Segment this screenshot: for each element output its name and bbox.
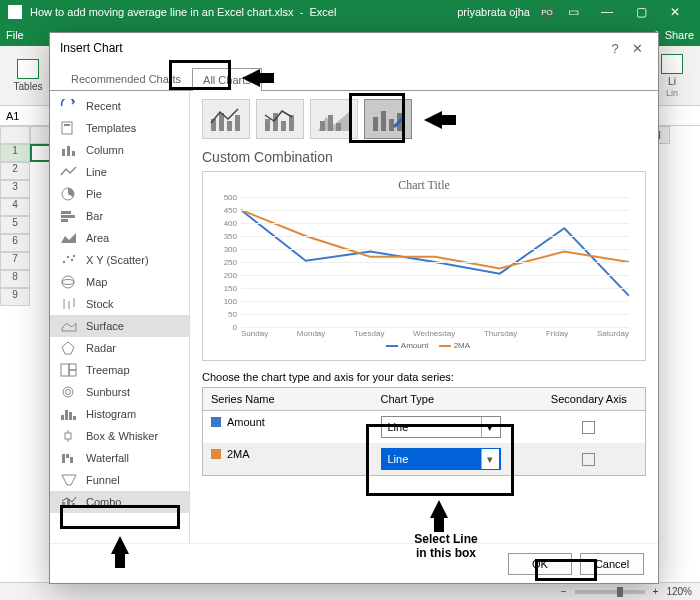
preview-legend: Amount 2MA (213, 341, 635, 350)
row-header[interactable]: 5 (0, 216, 30, 234)
chart-type-bar[interactable]: Bar (50, 205, 189, 227)
user-avatar[interactable]: PO (538, 3, 556, 21)
chart-type-select-2ma[interactable]: Line▾ (381, 448, 501, 470)
file-tab[interactable]: File (6, 29, 24, 41)
row-header[interactable]: 7 (0, 252, 30, 270)
zoom-slider[interactable] (575, 590, 645, 594)
svg-rect-34 (70, 457, 73, 463)
annotation-text: Select Line in this box (396, 532, 496, 560)
zoom-out[interactable]: − (561, 586, 567, 597)
help-button[interactable]: ? (604, 41, 626, 56)
svg-point-14 (62, 276, 74, 288)
radar-icon (60, 341, 78, 355)
boxwhisker-icon (60, 429, 78, 443)
chart-type-waterfall[interactable]: Waterfall (50, 447, 189, 469)
chart-type-recent[interactable]: Recent (50, 95, 189, 117)
svg-rect-44 (273, 113, 278, 131)
chart-type-boxwhisker[interactable]: Box & Whisker (50, 425, 189, 447)
name-box[interactable]: A1 (0, 110, 52, 122)
cancel-button[interactable]: Cancel (580, 553, 644, 575)
chart-type-combo[interactable]: Combo (50, 491, 189, 513)
chart-type-scatter[interactable]: X Y (Scatter) (50, 249, 189, 271)
svg-rect-45 (281, 121, 286, 131)
svg-point-15 (62, 280, 74, 285)
svg-rect-6 (61, 211, 71, 214)
chart-type-funnel[interactable]: Funnel (50, 469, 189, 491)
dialog-close-button[interactable]: ✕ (626, 41, 648, 56)
row-header[interactable]: 1 (0, 144, 30, 162)
tab-all-charts[interactable]: All Charts (192, 68, 262, 91)
chart-type-stock[interactable]: Stock (50, 293, 189, 315)
secondary-axis-header: Secondary Axis (533, 388, 646, 411)
chart-type-select-amount[interactable]: Line▾ (381, 416, 501, 438)
insert-chart-dialog: Insert Chart ? ✕ Recommended Charts All … (49, 32, 659, 584)
svg-rect-52 (381, 111, 386, 131)
user-name: priyabrata ojha (457, 6, 530, 18)
series-row-2ma[interactable]: 2MA Line▾ (203, 443, 646, 476)
svg-rect-7 (61, 215, 75, 218)
zoom-level[interactable]: 120% (666, 586, 692, 597)
minimize-button[interactable]: — (590, 5, 624, 19)
chart-type-templates[interactable]: Templates (50, 117, 189, 139)
row-header[interactable]: 4 (0, 198, 30, 216)
chart-type-surface[interactable]: Surface (50, 315, 189, 337)
scatter-icon (60, 253, 78, 267)
row-header[interactable]: 2 (0, 162, 30, 180)
select-all-corner[interactable] (0, 126, 30, 144)
combo-subtype-3[interactable] (310, 99, 358, 139)
svg-point-11 (67, 256, 69, 258)
column-icon (60, 143, 78, 157)
ok-button[interactable]: OK (508, 553, 572, 575)
svg-rect-32 (62, 454, 65, 463)
chart-type-area[interactable]: Area (50, 227, 189, 249)
row-header[interactable]: 9 (0, 288, 30, 306)
chart-type-line[interactable]: Line (50, 161, 189, 183)
tables-button[interactable]: Tables (8, 59, 48, 93)
area-icon (60, 231, 78, 245)
series-swatch (211, 417, 221, 427)
combo-subtype-2[interactable] (256, 99, 304, 139)
combo-subtype-1[interactable] (202, 99, 250, 139)
secondary-axis-checkbox-2ma[interactable] (582, 453, 595, 466)
chart-type-column[interactable]: Column (50, 139, 189, 161)
tab-recommended[interactable]: Recommended Charts (60, 67, 192, 90)
series-swatch (211, 449, 221, 459)
chart-type-header: Chart Type (373, 388, 533, 411)
svg-rect-2 (62, 149, 65, 156)
chart-type-histogram[interactable]: Histogram (50, 403, 189, 425)
row-header[interactable]: 6 (0, 234, 30, 252)
zoom-in[interactable]: + (653, 586, 659, 597)
line-icon (60, 165, 78, 179)
surface-icon (60, 319, 78, 333)
svg-rect-21 (69, 364, 76, 370)
preview-title: Chart Title (213, 178, 635, 193)
svg-rect-38 (72, 503, 75, 508)
svg-rect-25 (61, 415, 64, 420)
filename: How to add moving average line in an Exc… (30, 6, 294, 18)
app-name: Excel (309, 6, 336, 18)
maximize-button[interactable]: ▢ (624, 5, 658, 19)
series-row-amount[interactable]: Amount Line▾ (203, 411, 646, 444)
svg-rect-22 (69, 370, 76, 376)
dialog-tabs: Recommended Charts All Charts (50, 63, 658, 91)
svg-rect-42 (235, 115, 240, 131)
chart-type-map[interactable]: Map (50, 271, 189, 293)
tables-icon (17, 59, 39, 79)
chart-type-radar[interactable]: Radar (50, 337, 189, 359)
svg-rect-27 (69, 412, 72, 420)
svg-rect-28 (73, 416, 76, 420)
row-headers: 1 2 3 4 5 6 7 8 9 (0, 144, 30, 306)
chart-type-treemap[interactable]: Treemap (50, 359, 189, 381)
chart-type-sunburst[interactable]: Sunburst (50, 381, 189, 403)
svg-rect-20 (61, 364, 69, 376)
close-button[interactable]: ✕ (658, 5, 692, 19)
chart-preview[interactable]: Chart Title 5004504003503002502001501005… (202, 171, 646, 361)
secondary-axis-checkbox-amount[interactable] (582, 421, 595, 434)
svg-marker-9 (61, 233, 76, 243)
ribbon-options-button[interactable]: ▭ (556, 5, 590, 19)
chart-type-pie[interactable]: Pie (50, 183, 189, 205)
row-header[interactable]: 3 (0, 180, 30, 198)
row-header[interactable]: 8 (0, 270, 30, 288)
dialog-titlebar[interactable]: Insert Chart ? ✕ (50, 33, 658, 63)
combo-subtype-custom[interactable] (364, 99, 412, 139)
